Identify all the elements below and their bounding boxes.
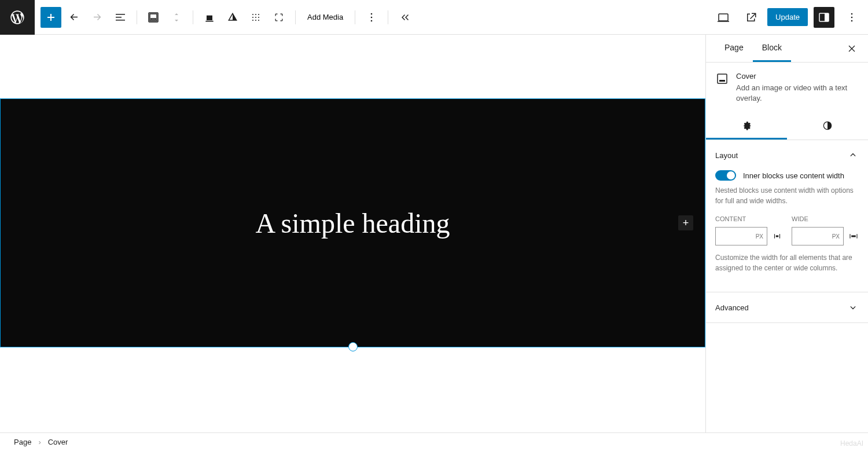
content-width-label: Content (715, 215, 782, 222)
top-toolbar: Add Media Update (0, 0, 868, 35)
svg-rect-24 (851, 236, 856, 237)
svg-point-17 (851, 13, 853, 14)
toolbar-divider (295, 10, 296, 24)
svg-point-7 (258, 17, 259, 18)
unit-label: PX (756, 233, 763, 240)
svg-point-2 (252, 14, 253, 15)
collapse-toolbar-button[interactable] (394, 7, 415, 28)
breadcrumb-separator: › (38, 438, 41, 446)
view-button[interactable] (713, 7, 734, 28)
cover-block-icon-button[interactable] (143, 7, 164, 28)
editor-canvas[interactable]: A simple heading + (0, 35, 705, 432)
close-sidebar-button[interactable] (845, 42, 859, 56)
breadcrumb-page[interactable]: Page (14, 438, 31, 446)
content-width-field[interactable] (719, 232, 756, 241)
duotone-button[interactable] (222, 7, 243, 28)
advanced-panel-header[interactable]: Advanced (706, 292, 868, 322)
add-media-button[interactable]: Add Media (300, 9, 350, 25)
layout-panel: Layout Inner blocks use content width Ne… (706, 140, 868, 292)
undo-button[interactable] (64, 7, 84, 28)
svg-rect-20 (718, 74, 727, 83)
inspector-sub-tabs (706, 113, 868, 140)
svg-point-3 (255, 14, 256, 15)
svg-point-4 (258, 14, 259, 15)
watermark: HedaAI (840, 439, 863, 448)
layout-title: Layout (715, 151, 738, 160)
customize-help-text: Customize the width for all elements tha… (715, 252, 859, 273)
svg-rect-0 (207, 15, 212, 20)
cover-heading[interactable]: A simple heading (256, 207, 450, 239)
toolbar-divider (193, 10, 193, 24)
add-block-inside-button[interactable]: + (678, 215, 693, 230)
svg-point-6 (255, 17, 256, 18)
chevron-down-icon (847, 302, 859, 313)
wide-width-label: Wide (792, 215, 859, 222)
breadcrumb-footer: Page › Cover (0, 432, 868, 451)
update-button[interactable]: Update (767, 8, 808, 26)
move-button[interactable] (166, 7, 187, 28)
svg-point-12 (371, 16, 373, 18)
resize-handle[interactable] (348, 342, 358, 351)
layout-panel-header[interactable]: Layout (706, 140, 868, 170)
content-width-toggle[interactable] (715, 170, 736, 181)
svg-rect-21 (719, 80, 725, 82)
document-overview-button[interactable] (110, 7, 131, 28)
external-link-button[interactable] (741, 7, 762, 28)
more-options-button[interactable] (361, 7, 382, 28)
svg-point-5 (252, 17, 253, 18)
block-description: Add an image or video with a text overla… (736, 83, 859, 104)
settings-sidebar: Page Block Cover Add an image or video w… (705, 35, 868, 432)
unit-label: PX (832, 233, 840, 240)
fullheight-button[interactable] (269, 7, 289, 28)
chevron-up-icon (847, 149, 859, 161)
toolbar-divider (355, 10, 355, 24)
tab-page[interactable]: Page (715, 35, 753, 62)
svg-rect-14 (719, 14, 728, 21)
toggle-label: Inner blocks use content width (743, 171, 844, 180)
block-info: Cover Add an image or video with a text … (706, 63, 868, 113)
breadcrumb-cover[interactable]: Cover (48, 438, 68, 446)
position-button[interactable] (245, 7, 266, 28)
toolbar-divider (137, 10, 137, 24)
svg-rect-1 (205, 20, 213, 21)
redo-button[interactable] (87, 7, 108, 28)
svg-point-11 (371, 13, 373, 14)
content-width-icon (772, 231, 782, 241)
advanced-title: Advanced (715, 303, 749, 312)
options-menu-button[interactable] (841, 7, 862, 28)
toolbar-divider (388, 10, 388, 24)
svg-point-8 (252, 20, 253, 21)
svg-rect-23 (776, 236, 779, 237)
wide-width-icon (848, 231, 859, 241)
toggle-help-text: Nested blocks use content width with opt… (715, 185, 859, 206)
svg-rect-16 (825, 13, 829, 21)
settings-panel-toggle[interactable] (814, 7, 834, 28)
wide-width-input[interactable]: PX (792, 227, 844, 245)
svg-point-10 (258, 20, 259, 21)
wide-width-field[interactable] (796, 232, 832, 241)
cover-icon (715, 72, 729, 86)
svg-point-13 (371, 20, 373, 21)
advanced-panel: Advanced (706, 292, 868, 323)
cover-block[interactable]: A simple heading + (0, 98, 705, 347)
content-width-input[interactable]: PX (715, 227, 767, 245)
tab-block[interactable]: Block (753, 35, 791, 62)
svg-point-19 (851, 20, 853, 21)
add-block-button[interactable] (41, 7, 61, 28)
svg-point-9 (255, 20, 256, 21)
styles-tab[interactable] (787, 113, 868, 140)
settings-tab[interactable] (706, 113, 787, 140)
align-button[interactable] (199, 7, 220, 28)
svg-point-18 (851, 16, 853, 18)
wordpress-logo[interactable] (0, 0, 35, 35)
block-name: Cover (736, 72, 859, 80)
